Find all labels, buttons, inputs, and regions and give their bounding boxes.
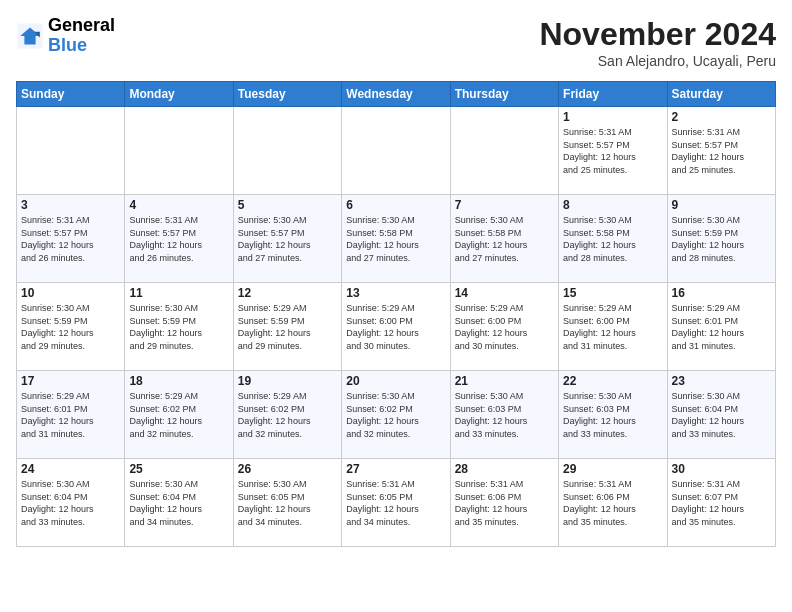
page-header: General Blue November 2024 San Alejandro… <box>16 16 776 69</box>
day-number: 5 <box>238 198 337 212</box>
calendar-cell: 29Sunrise: 5:31 AM Sunset: 6:06 PM Dayli… <box>559 459 667 547</box>
day-info: Sunrise: 5:30 AM Sunset: 6:04 PM Dayligh… <box>672 390 771 440</box>
day-number: 22 <box>563 374 662 388</box>
calendar-cell: 24Sunrise: 5:30 AM Sunset: 6:04 PM Dayli… <box>17 459 125 547</box>
day-number: 20 <box>346 374 445 388</box>
calendar-week-row: 3Sunrise: 5:31 AM Sunset: 5:57 PM Daylig… <box>17 195 776 283</box>
calendar-cell: 3Sunrise: 5:31 AM Sunset: 5:57 PM Daylig… <box>17 195 125 283</box>
calendar-cell: 22Sunrise: 5:30 AM Sunset: 6:03 PM Dayli… <box>559 371 667 459</box>
calendar-cell: 14Sunrise: 5:29 AM Sunset: 6:00 PM Dayli… <box>450 283 558 371</box>
calendar-cell: 27Sunrise: 5:31 AM Sunset: 6:05 PM Dayli… <box>342 459 450 547</box>
calendar-cell: 2Sunrise: 5:31 AM Sunset: 5:57 PM Daylig… <box>667 107 775 195</box>
calendar-cell <box>125 107 233 195</box>
day-info: Sunrise: 5:30 AM Sunset: 5:59 PM Dayligh… <box>21 302 120 352</box>
day-info: Sunrise: 5:31 AM Sunset: 5:57 PM Dayligh… <box>129 214 228 264</box>
calendar-cell: 21Sunrise: 5:30 AM Sunset: 6:03 PM Dayli… <box>450 371 558 459</box>
day-number: 26 <box>238 462 337 476</box>
calendar-cell <box>17 107 125 195</box>
weekday-header: Sunday <box>17 82 125 107</box>
day-info: Sunrise: 5:30 AM Sunset: 6:04 PM Dayligh… <box>129 478 228 528</box>
day-number: 16 <box>672 286 771 300</box>
weekday-header: Saturday <box>667 82 775 107</box>
day-number: 14 <box>455 286 554 300</box>
day-info: Sunrise: 5:30 AM Sunset: 6:05 PM Dayligh… <box>238 478 337 528</box>
weekday-header: Thursday <box>450 82 558 107</box>
day-info: Sunrise: 5:29 AM Sunset: 6:00 PM Dayligh… <box>563 302 662 352</box>
calendar-cell: 12Sunrise: 5:29 AM Sunset: 5:59 PM Dayli… <box>233 283 341 371</box>
day-number: 3 <box>21 198 120 212</box>
day-info: Sunrise: 5:30 AM Sunset: 5:59 PM Dayligh… <box>129 302 228 352</box>
calendar-cell: 13Sunrise: 5:29 AM Sunset: 6:00 PM Dayli… <box>342 283 450 371</box>
day-info: Sunrise: 5:30 AM Sunset: 5:58 PM Dayligh… <box>346 214 445 264</box>
calendar-cell: 9Sunrise: 5:30 AM Sunset: 5:59 PM Daylig… <box>667 195 775 283</box>
day-info: Sunrise: 5:31 AM Sunset: 6:07 PM Dayligh… <box>672 478 771 528</box>
day-info: Sunrise: 5:29 AM Sunset: 6:01 PM Dayligh… <box>672 302 771 352</box>
calendar-cell: 16Sunrise: 5:29 AM Sunset: 6:01 PM Dayli… <box>667 283 775 371</box>
calendar-week-row: 10Sunrise: 5:30 AM Sunset: 5:59 PM Dayli… <box>17 283 776 371</box>
day-info: Sunrise: 5:31 AM Sunset: 6:05 PM Dayligh… <box>346 478 445 528</box>
day-number: 6 <box>346 198 445 212</box>
calendar-cell: 19Sunrise: 5:29 AM Sunset: 6:02 PM Dayli… <box>233 371 341 459</box>
logo: General Blue <box>16 16 115 56</box>
day-info: Sunrise: 5:29 AM Sunset: 6:00 PM Dayligh… <box>346 302 445 352</box>
calendar-cell: 5Sunrise: 5:30 AM Sunset: 5:57 PM Daylig… <box>233 195 341 283</box>
day-info: Sunrise: 5:30 AM Sunset: 6:02 PM Dayligh… <box>346 390 445 440</box>
month-title: November 2024 <box>539 16 776 53</box>
day-number: 12 <box>238 286 337 300</box>
day-info: Sunrise: 5:30 AM Sunset: 6:03 PM Dayligh… <box>455 390 554 440</box>
day-number: 28 <box>455 462 554 476</box>
calendar-week-row: 24Sunrise: 5:30 AM Sunset: 6:04 PM Dayli… <box>17 459 776 547</box>
day-number: 11 <box>129 286 228 300</box>
calendar-cell: 11Sunrise: 5:30 AM Sunset: 5:59 PM Dayli… <box>125 283 233 371</box>
day-info: Sunrise: 5:30 AM Sunset: 6:04 PM Dayligh… <box>21 478 120 528</box>
calendar-cell: 6Sunrise: 5:30 AM Sunset: 5:58 PM Daylig… <box>342 195 450 283</box>
title-block: November 2024 San Alejandro, Ucayali, Pe… <box>539 16 776 69</box>
calendar-cell: 26Sunrise: 5:30 AM Sunset: 6:05 PM Dayli… <box>233 459 341 547</box>
calendar-cell: 8Sunrise: 5:30 AM Sunset: 5:58 PM Daylig… <box>559 195 667 283</box>
day-number: 23 <box>672 374 771 388</box>
day-info: Sunrise: 5:29 AM Sunset: 6:01 PM Dayligh… <box>21 390 120 440</box>
day-number: 13 <box>346 286 445 300</box>
day-number: 18 <box>129 374 228 388</box>
calendar-cell <box>450 107 558 195</box>
calendar-table: SundayMondayTuesdayWednesdayThursdayFrid… <box>16 81 776 547</box>
day-info: Sunrise: 5:30 AM Sunset: 5:58 PM Dayligh… <box>455 214 554 264</box>
day-info: Sunrise: 5:31 AM Sunset: 5:57 PM Dayligh… <box>21 214 120 264</box>
day-number: 19 <box>238 374 337 388</box>
day-number: 24 <box>21 462 120 476</box>
day-number: 2 <box>672 110 771 124</box>
day-info: Sunrise: 5:30 AM Sunset: 5:58 PM Dayligh… <box>563 214 662 264</box>
day-number: 1 <box>563 110 662 124</box>
day-info: Sunrise: 5:31 AM Sunset: 6:06 PM Dayligh… <box>455 478 554 528</box>
day-info: Sunrise: 5:31 AM Sunset: 5:57 PM Dayligh… <box>672 126 771 176</box>
day-number: 27 <box>346 462 445 476</box>
calendar-cell: 1Sunrise: 5:31 AM Sunset: 5:57 PM Daylig… <box>559 107 667 195</box>
day-number: 9 <box>672 198 771 212</box>
calendar-cell: 15Sunrise: 5:29 AM Sunset: 6:00 PM Dayli… <box>559 283 667 371</box>
calendar-cell: 28Sunrise: 5:31 AM Sunset: 6:06 PM Dayli… <box>450 459 558 547</box>
calendar-cell: 10Sunrise: 5:30 AM Sunset: 5:59 PM Dayli… <box>17 283 125 371</box>
day-number: 21 <box>455 374 554 388</box>
day-info: Sunrise: 5:29 AM Sunset: 5:59 PM Dayligh… <box>238 302 337 352</box>
calendar-header: SundayMondayTuesdayWednesdayThursdayFrid… <box>17 82 776 107</box>
day-number: 29 <box>563 462 662 476</box>
calendar-cell: 17Sunrise: 5:29 AM Sunset: 6:01 PM Dayli… <box>17 371 125 459</box>
calendar-cell: 18Sunrise: 5:29 AM Sunset: 6:02 PM Dayli… <box>125 371 233 459</box>
day-number: 15 <box>563 286 662 300</box>
weekday-header: Wednesday <box>342 82 450 107</box>
weekday-header: Monday <box>125 82 233 107</box>
weekday-header: Tuesday <box>233 82 341 107</box>
calendar-cell <box>342 107 450 195</box>
day-info: Sunrise: 5:30 AM Sunset: 5:59 PM Dayligh… <box>672 214 771 264</box>
calendar-cell: 25Sunrise: 5:30 AM Sunset: 6:04 PM Dayli… <box>125 459 233 547</box>
day-number: 17 <box>21 374 120 388</box>
logo-blue: Blue <box>48 36 115 56</box>
day-info: Sunrise: 5:31 AM Sunset: 6:06 PM Dayligh… <box>563 478 662 528</box>
day-info: Sunrise: 5:31 AM Sunset: 5:57 PM Dayligh… <box>563 126 662 176</box>
weekday-header-row: SundayMondayTuesdayWednesdayThursdayFrid… <box>17 82 776 107</box>
calendar-week-row: 1Sunrise: 5:31 AM Sunset: 5:57 PM Daylig… <box>17 107 776 195</box>
logo-general: General <box>48 16 115 36</box>
calendar-week-row: 17Sunrise: 5:29 AM Sunset: 6:01 PM Dayli… <box>17 371 776 459</box>
day-info: Sunrise: 5:29 AM Sunset: 6:02 PM Dayligh… <box>238 390 337 440</box>
day-number: 10 <box>21 286 120 300</box>
